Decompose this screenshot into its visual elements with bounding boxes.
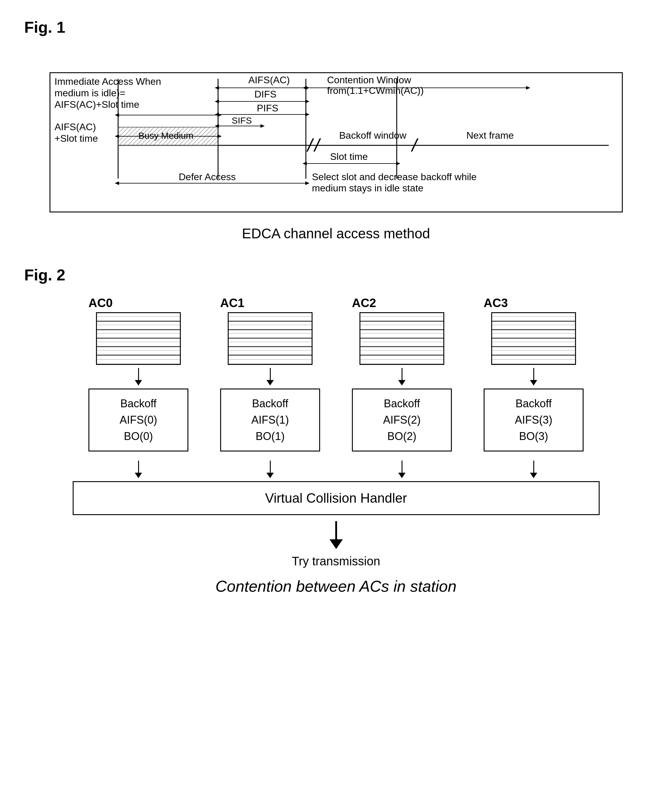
vch-row: Virtual Collision Handler (48, 481, 624, 515)
fig1-section: Fig. 1 Busy Medium (24, 18, 648, 242)
arrow-ac2 (352, 365, 452, 389)
ac1-row5 (229, 347, 312, 355)
ac3-row4 (492, 339, 575, 347)
ac2-row1 (360, 313, 443, 322)
big-down-arrow (330, 521, 343, 549)
backoff-window-label: Backoff window (339, 130, 407, 141)
ac2-label: AC2 (352, 296, 376, 310)
svg-marker-11 (215, 100, 219, 103)
down-arrow-ac0 (135, 368, 142, 385)
aifs-slot-label: AIFS(AC) (55, 121, 96, 132)
sifs-label: SIFS (232, 115, 252, 125)
arrow-ac0 (88, 365, 188, 389)
arrow-b-ac1 (220, 458, 320, 481)
backoff-box-ac3: BackoffAIFS(3)BO(3) (484, 389, 584, 452)
backoff-row: BackoffAIFS(0)BO(0) BackoffAIFS(1)BO(1) … (48, 389, 624, 452)
fig1-caption: EDCA channel access method (24, 225, 648, 242)
arrow-head-b-ac3 (530, 473, 537, 478)
big-arrow-line (335, 521, 337, 539)
svg-marker-12 (305, 100, 310, 103)
down-arrow-b-ac3 (530, 461, 537, 478)
arrow-head-ac2 (398, 380, 405, 385)
arrow-b-ac3 (484, 458, 584, 481)
ac2-row4 (360, 339, 443, 347)
fig2-diagram: AC0 AC1 (48, 296, 624, 568)
fig2-label: Fig. 2 (24, 266, 648, 284)
fig2-caption: Contention between ACs in station (24, 577, 648, 595)
ac3-label: AC3 (484, 296, 508, 310)
ac3-row5 (492, 347, 575, 355)
fig1-diagram: Busy Medium AIFS(AC) DIFS PIFS SIFS (48, 48, 624, 219)
arrow-b-ac0 (88, 458, 188, 481)
ac1-row3 (229, 330, 312, 339)
ac1-row1 (229, 313, 312, 322)
ac1-queue: AC1 (220, 296, 320, 365)
ac3-row1 (492, 313, 575, 322)
ac0-label: AC0 (88, 296, 113, 310)
ac0-stack (96, 312, 181, 365)
backoff-box-ac0: BackoffAIFS(0)BO(0) (88, 389, 188, 452)
down-arrow-b-ac0 (135, 461, 142, 478)
down-arrow-b-ac1 (267, 461, 274, 478)
backoff-to-vch-arrows (48, 458, 624, 481)
ac0-row3 (97, 330, 180, 339)
down-arrow-b-ac2 (398, 461, 405, 478)
svg-marker-8 (215, 86, 219, 90)
svg-marker-21 (526, 86, 530, 90)
arrow-line-b-ac0 (138, 461, 139, 473)
svg-text:AIFS(AC)+Slot time: AIFS(AC)+Slot time (55, 99, 139, 110)
arrow-line-ac1 (270, 368, 271, 380)
backoff-box-ac1: BackoffAIFS(1)BO(1) (220, 389, 320, 452)
slot-time-label: Slot time (330, 151, 368, 162)
arrow-head-ac1 (267, 380, 274, 385)
backoff-box-ac2: BackoffAIFS(2)BO(2) (352, 389, 452, 452)
arrow-b-ac2 (352, 458, 452, 481)
ac1-row2 (229, 322, 312, 330)
down-arrow-ac2 (398, 368, 405, 385)
ac0-row5 (97, 347, 180, 355)
svg-marker-26 (115, 113, 119, 117)
arrow-ac3 (484, 365, 584, 389)
ac-queues-row: AC0 AC1 (48, 296, 624, 365)
svg-marker-38 (305, 181, 310, 185)
defer-access-label: Defer Access (179, 171, 236, 182)
svg-marker-37 (115, 181, 119, 185)
big-arrow-head (330, 539, 343, 549)
ac0-queue: AC0 (88, 296, 188, 365)
svg-marker-30 (115, 134, 119, 138)
ac0-row2 (97, 322, 180, 330)
pifs-label: PIFS (257, 103, 278, 113)
svg-marker-35 (396, 162, 400, 165)
vch-to-transmission-arrow (48, 518, 624, 552)
arrow-line-ac0 (138, 368, 139, 380)
arrow-line-ac2 (402, 368, 403, 380)
ac3-stack (491, 312, 576, 365)
ac1-row4 (229, 339, 312, 347)
select-slot-label: Select slot and decrease backoff while (312, 171, 477, 182)
ac2-stack (360, 312, 444, 365)
arrow-ac1 (220, 365, 320, 389)
fig1-label: Fig. 1 (24, 18, 648, 37)
busy-medium-label: Busy Medium (138, 131, 194, 141)
ac0-row6 (97, 355, 180, 364)
svg-marker-27 (217, 113, 222, 117)
ac3-row2 (492, 322, 575, 330)
arrow-head-ac3 (530, 380, 537, 385)
svg-text:medium stays in idle state: medium stays in idle state (312, 183, 423, 194)
immediate-access-label: Immediate Access When (55, 76, 161, 87)
ac2-row2 (360, 322, 443, 330)
contention-window-label: Contention Window (327, 75, 411, 85)
aifs-ac-label: AIFS(AC) (248, 75, 290, 85)
ac2-queue: AC2 (352, 296, 452, 365)
next-frame-label: Next frame (466, 130, 514, 141)
svg-marker-20 (302, 86, 307, 90)
down-arrow-ac1 (267, 368, 274, 385)
difs-label: DIFS (254, 89, 277, 100)
ac1-row6 (229, 355, 312, 364)
svg-marker-18 (261, 124, 265, 128)
ac2-row3 (360, 330, 443, 339)
svg-marker-31 (217, 134, 222, 138)
fig2-section: Fig. 2 AC0 AC1 (24, 266, 648, 595)
ac3-row3 (492, 330, 575, 339)
svg-text:from(1.1+CWmin(AC)): from(1.1+CWmin(AC)) (327, 85, 424, 96)
